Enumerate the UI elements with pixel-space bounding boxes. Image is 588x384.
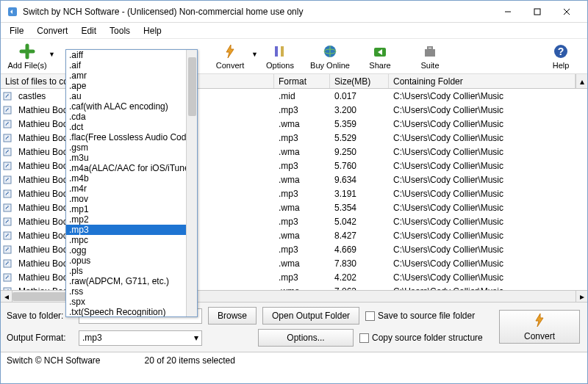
format-option[interactable]: .opus: [66, 256, 197, 266]
audio-file-icon: [1, 189, 14, 198]
dropdown-arrow-icon[interactable]: ▼: [251, 51, 258, 58]
suite-button[interactable]: Suite: [408, 40, 452, 73]
cell-size: 9.634: [330, 175, 389, 185]
menu-tools[interactable]: Tools: [104, 24, 136, 37]
format-option[interactable]: .aif: [66, 60, 197, 70]
save-folder-label: Save to folder:: [7, 311, 73, 321]
convert-button[interactable]: Convert ▼: [208, 40, 252, 73]
cell-folder: C:\Users\Cody Collier\Music: [389, 175, 587, 185]
cell-folder: C:\Users\Cody Collier\Music: [389, 189, 587, 199]
cell-size: 8.427: [330, 231, 389, 241]
format-option[interactable]: .m4b: [66, 173, 197, 184]
maximize-button[interactable]: [523, 1, 552, 22]
add-files-label: Add File(s): [7, 61, 46, 70]
browse-button[interactable]: Browse: [208, 307, 257, 325]
close-button[interactable]: [552, 1, 581, 22]
cell-folder: C:\Users\Cody Collier\Music: [389, 119, 587, 129]
tools-icon: [272, 43, 288, 60]
format-option[interactable]: .flac(Free Lossless Audio Codec): [66, 132, 197, 142]
cell-format: .mp3: [274, 105, 330, 115]
svg-rect-22: [4, 204, 11, 211]
titlebar: Switch by NCH Software - (Unlicensed) No…: [1, 1, 587, 23]
format-option[interactable]: .m4a(ALAC/AAC for iOS/iTunes): [66, 163, 197, 173]
share-button[interactable]: Share: [358, 40, 402, 73]
help-button[interactable]: ? Help: [539, 40, 583, 73]
format-option[interactable]: .m3u: [66, 153, 197, 163]
svg-rect-2: [534, 9, 540, 15]
scroll-left-icon[interactable]: ◂: [1, 291, 12, 302]
status-selection: 20 of 20 items selected: [145, 355, 235, 366]
cell-folder: C:\Users\Cody Collier\Music: [389, 272, 587, 283]
format-option[interactable]: .amr: [66, 70, 197, 81]
format-option[interactable]: .dct: [66, 122, 197, 132]
menu-help[interactable]: Help: [137, 24, 168, 37]
column-size[interactable]: Size(MB): [330, 74, 389, 88]
format-option[interactable]: .mov: [66, 194, 197, 204]
format-option[interactable]: .pls: [66, 266, 197, 276]
format-option[interactable]: .caf(with ALAC encoding): [66, 101, 197, 112]
cell-folder: C:\Users\Cody Collier\Music: [389, 244, 587, 255]
menu-file[interactable]: File: [4, 24, 29, 37]
convert-main-button[interactable]: Convert: [499, 310, 580, 344]
svg-rect-11: [428, 47, 432, 49]
menu-edit[interactable]: Edit: [75, 24, 102, 37]
format-option[interactable]: .mp3: [66, 225, 197, 235]
cell-format: .mp3: [274, 272, 330, 283]
cell-folder: C:\Users\Cody Collier\Music: [389, 133, 587, 143]
svg-rect-27: [4, 274, 11, 281]
chevron-down-icon: ▾: [194, 333, 198, 343]
format-option[interactable]: .cda: [66, 112, 197, 122]
scroll-up-button[interactable]: ▴: [576, 74, 587, 88]
audio-file-icon: [1, 259, 14, 268]
add-files-button[interactable]: Add File(s) ▼: [5, 40, 49, 73]
format-option[interactable]: .au: [66, 91, 197, 101]
format-option[interactable]: .spx: [66, 297, 197, 307]
format-option[interactable]: .mpc: [66, 235, 197, 245]
audio-file-icon: [1, 245, 14, 254]
minimize-button[interactable]: [493, 1, 523, 22]
format-option[interactable]: .gsm: [66, 142, 197, 153]
format-dropdown[interactable]: .aiff.aif.amr.ape.au.caf(with ALAC encod…: [65, 49, 198, 317]
cell-size: 5.760: [330, 161, 389, 171]
dropdown-arrow-icon[interactable]: ▼: [49, 51, 55, 58]
cell-format: .mp3: [274, 161, 330, 171]
cell-size: 4.202: [330, 272, 389, 283]
output-format-select[interactable]: .mp3 ▾: [79, 330, 202, 346]
audio-file-icon: [1, 273, 14, 282]
format-option[interactable]: .mp1: [66, 204, 197, 214]
save-source-checkbox[interactable]: Save to source file folder: [365, 311, 475, 321]
format-option[interactable]: .mp2: [66, 214, 197, 225]
format-option[interactable]: .m4r: [66, 184, 197, 194]
encoder-options-button[interactable]: Options...: [258, 329, 354, 347]
cell-size: 5.354: [330, 203, 389, 213]
format-option[interactable]: .raw(ADPCM, G711, etc.): [66, 276, 197, 286]
column-folder[interactable]: Containing Folder: [389, 74, 576, 88]
cell-format: .wma: [274, 258, 330, 269]
copy-structure-checkbox[interactable]: Copy source folder structure: [359, 333, 483, 343]
audio-file-icon: [1, 231, 14, 240]
cell-size: 5.529: [330, 133, 389, 143]
lightning-icon: [222, 43, 238, 60]
share-icon: [372, 43, 388, 60]
options-button[interactable]: Options: [258, 40, 302, 73]
cell-folder: C:\Users\Cody Collier\Music: [389, 258, 587, 269]
open-output-button[interactable]: Open Output Folder: [262, 307, 359, 325]
scroll-right-icon[interactable]: ▸: [576, 291, 587, 302]
scroll-thumb[interactable]: [188, 57, 196, 116]
format-option[interactable]: .txt(Speech Recognition): [66, 307, 197, 317]
cell-format: .mp3: [274, 133, 330, 143]
cell-format: .wma: [274, 147, 330, 157]
menu-convert[interactable]: Convert: [31, 24, 74, 37]
format-option[interactable]: .ape: [66, 81, 197, 91]
help-icon: ?: [553, 43, 569, 60]
lightning-icon: [532, 313, 547, 330]
column-format[interactable]: Format: [274, 74, 330, 88]
svg-rect-18: [4, 148, 11, 156]
dropdown-scrollbar[interactable]: [186, 50, 197, 316]
format-option[interactable]: .rss: [66, 286, 197, 297]
format-option[interactable]: .ogg: [66, 245, 197, 256]
svg-rect-16: [4, 120, 11, 128]
svg-rect-26: [4, 260, 11, 267]
buy-online-button[interactable]: Buy Online: [308, 40, 352, 73]
format-option[interactable]: .aiff: [66, 50, 197, 60]
